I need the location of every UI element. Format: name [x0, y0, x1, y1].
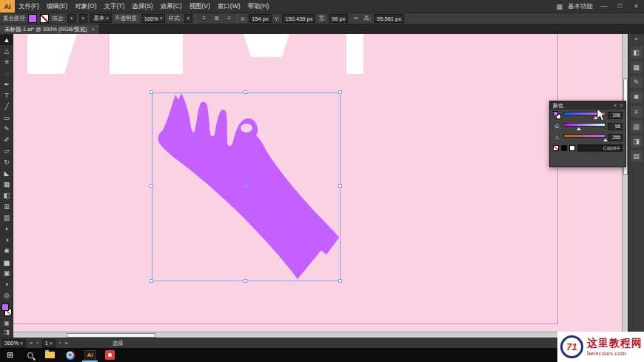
white-letter-shape[interactable] — [346, 34, 363, 74]
chrome-button[interactable] — [60, 348, 80, 362]
pencil-tool[interactable]: ✐ — [0, 134, 13, 145]
scale-tool[interactable]: ◣ — [0, 167, 13, 178]
shape-builder-tool[interactable]: ◧ — [0, 190, 13, 201]
screen-mode-icon[interactable]: ◨ — [0, 328, 13, 337]
vertical-scrollbar[interactable] — [622, 34, 628, 338]
selection-handle[interactable] — [244, 90, 247, 94]
brushes-panel-icon[interactable]: ✎ — [631, 76, 643, 88]
selection-handle[interactable] — [338, 90, 342, 94]
hand-tool[interactable]: ◖ — [0, 278, 13, 289]
canvas[interactable] — [13, 34, 622, 332]
color-panel-icon[interactable]: ◧ — [631, 47, 643, 58]
minimize-button[interactable]: — — [598, 0, 609, 13]
direct-selection-tool[interactable]: △ — [0, 45, 13, 56]
selection-handle[interactable] — [338, 279, 342, 283]
artboard-navigation-dropdown[interactable]: 1 ▾ — [42, 339, 56, 348]
tab-close-icon[interactable]: × — [91, 26, 95, 33]
draw-mode-icon[interactable]: ▣ — [0, 319, 13, 328]
variable-width-dropdown[interactable]: 基本▾ — [90, 14, 112, 23]
search-button[interactable] — [20, 348, 40, 362]
menu-item[interactable]: 效果(C) — [157, 0, 186, 13]
selection-handle[interactable] — [150, 279, 153, 283]
green-slider[interactable] — [563, 121, 606, 131]
gradient-panel-icon[interactable]: ▥ — [631, 121, 643, 133]
fill-color-swatch[interactable] — [28, 14, 37, 23]
next-artboard-icon[interactable]: › — [59, 340, 61, 346]
free-transform-tool[interactable]: ▦ — [0, 178, 13, 190]
rotate-tool[interactable]: ↻ — [0, 156, 13, 167]
layers-panel-icon[interactable]: ▤ — [631, 150, 643, 162]
color-panel-header[interactable]: 颜色 « ≡ — [550, 101, 625, 110]
red-value-field[interactable]: 196 — [608, 112, 623, 119]
menu-item[interactable]: 窗口(W) — [214, 0, 244, 13]
column-graph-tool[interactable]: ▅ — [0, 256, 13, 267]
menu-item[interactable]: 选择(S) — [128, 0, 156, 13]
paintbrush-tool[interactable]: ✎ — [0, 123, 13, 134]
menu-item[interactable]: 编辑(E) — [43, 0, 71, 13]
y-field[interactable]: 150.439 px — [282, 14, 315, 23]
green-slider-thumb[interactable] — [577, 127, 581, 130]
selection-handle[interactable] — [338, 184, 342, 188]
pen-tool[interactable]: ✒ — [0, 78, 13, 90]
selection-handle[interactable] — [150, 90, 153, 94]
selection-handle[interactable] — [244, 279, 247, 283]
black-swatch[interactable] — [561, 145, 567, 151]
collapse-panel-icon[interactable]: « — [614, 103, 617, 108]
hex-value-field[interactable]: C460FF — [577, 144, 623, 152]
white-letter-shape[interactable] — [244, 34, 289, 57]
selection-tool[interactable]: ▲ — [0, 34, 13, 45]
opacity-dropdown[interactable]: 100%▾ — [141, 14, 166, 23]
start-button[interactable]: ⊞ — [0, 348, 20, 362]
horizontal-scrollbar[interactable] — [13, 332, 622, 338]
stroke-weight-dropdown[interactable]: ▾ — [67, 14, 76, 23]
menu-item[interactable]: 帮助(H) — [244, 0, 273, 13]
line-segment-tool[interactable]: ╱ — [0, 101, 13, 112]
height-field[interactable]: 95.561 px — [374, 14, 404, 23]
first-artboard-icon[interactable]: « — [30, 340, 33, 346]
selection-handle[interactable] — [150, 184, 153, 188]
align-center-icon[interactable]: ≣ — [212, 14, 221, 23]
transparency-panel-icon[interactable]: ◨ — [631, 135, 643, 147]
green-slider-track[interactable] — [563, 123, 606, 127]
link-dimensions-icon[interactable]: ∞ — [351, 14, 360, 23]
workspace-switcher[interactable]: 基本功能 — [568, 2, 593, 11]
expand-panels-icon[interactable]: « — [628, 34, 644, 44]
zoom-level-dropdown[interactable]: 300% ▾ — [1, 339, 26, 348]
blue-slider[interactable] — [563, 133, 606, 142]
menu-item[interactable]: 视图(V) — [186, 0, 214, 13]
eraser-tool[interactable]: ▱ — [0, 145, 13, 156]
none-swatch[interactable] — [553, 145, 559, 151]
brush-definition-dropdown[interactable]: ▾ — [79, 14, 88, 23]
toolbar-fill-swatch[interactable] — [1, 304, 9, 311]
menu-item[interactable]: 文件(F) — [15, 0, 43, 13]
rectangle-tool[interactable]: ▭ — [0, 112, 13, 123]
width-field[interactable]: 96 px — [329, 14, 348, 23]
green-value-field[interactable]: 96 — [608, 123, 623, 130]
blue-slider-track[interactable] — [563, 134, 606, 138]
red-app-button[interactable] — [100, 348, 120, 362]
blend-tool[interactable]: ◑ — [0, 234, 13, 245]
document-tab[interactable]: 未标题-1.ai* @ 300% (RGB/预览) × — [0, 24, 100, 34]
selection-center-point[interactable] — [244, 185, 247, 188]
gamut-warning-icon[interactable]: ⚠ — [553, 133, 561, 141]
file-explorer-button[interactable] — [40, 348, 60, 362]
symbol-sprayer-tool[interactable]: ✱ — [0, 245, 13, 256]
gradient-tool[interactable]: ▥ — [0, 212, 13, 223]
x-field[interactable]: 154 px — [249, 14, 272, 23]
graphic-style-dropdown[interactable]: ▾ — [184, 14, 193, 23]
previous-artboard-icon[interactable]: ‹ — [36, 340, 38, 346]
white-letter-shape[interactable] — [110, 34, 183, 74]
align-left-icon[interactable]: ≡ — [199, 14, 209, 23]
blue-value-field[interactable]: 255 — [608, 134, 623, 141]
blue-slider-thumb[interactable] — [603, 138, 608, 141]
lasso-tool[interactable]: ◌ — [0, 67, 13, 78]
swatches-panel-icon[interactable]: ▦ — [631, 61, 643, 73]
fill-proxy[interactable] — [553, 111, 558, 116]
align-right-icon[interactable]: ≡ — [224, 14, 234, 23]
white-letter-shape[interactable] — [27, 34, 77, 74]
panel-menu-icon[interactable]: ≡ — [620, 103, 623, 108]
magic-wand-tool[interactable]: ✳ — [0, 56, 13, 67]
maximize-button[interactable]: □ — [614, 0, 625, 13]
artboard-tool[interactable]: ▣ — [0, 267, 13, 278]
menu-item[interactable]: 文字(T) — [100, 0, 128, 13]
